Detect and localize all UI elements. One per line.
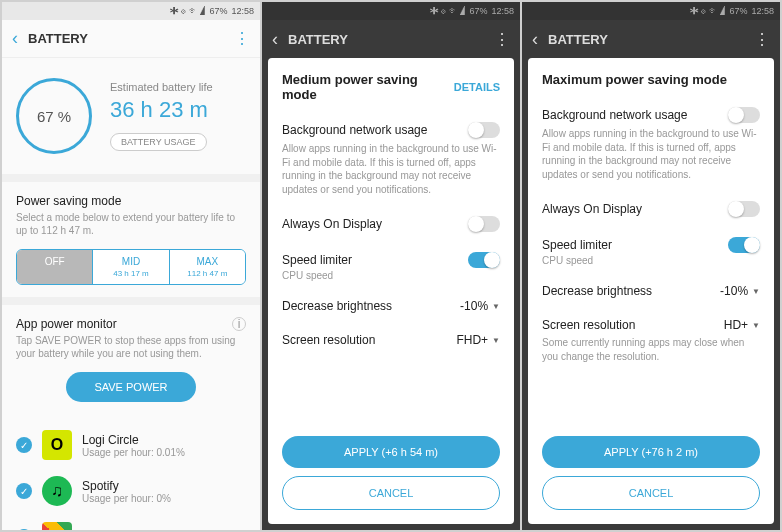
status-time: 12:58 (751, 6, 774, 16)
estimate-label: Estimated battery life (110, 81, 246, 93)
battery-pct-circle: 67 % (16, 78, 92, 154)
status-time: 12:58 (491, 6, 514, 16)
cpu-speed-label: CPU speed (542, 255, 760, 266)
mode-off-button[interactable]: OFF (17, 250, 92, 284)
status-bar: ✱ ⊘ ᯤ ◢ 67% 12:58 (522, 2, 780, 20)
psm-subtitle: Select a mode below to extend your batte… (16, 211, 246, 237)
save-power-button[interactable]: SAVE POWER (66, 372, 195, 402)
spotify-icon: ♫ (42, 476, 72, 506)
resolution-label: Screen resolution (542, 318, 635, 332)
resolution-label: Screen resolution (282, 333, 375, 347)
bg-network-label: Background network usage (282, 123, 427, 137)
overflow-menu-icon[interactable]: ⋮ (754, 30, 770, 49)
speed-limiter-label: Speed limiter (542, 238, 612, 252)
cpu-speed-label: CPU speed (282, 270, 500, 281)
brightness-dropdown[interactable]: -10% (460, 299, 500, 313)
apply-button[interactable]: APPLY (+76 h 2 m) (542, 436, 760, 468)
screen-battery-main: ✱ ⊘ ᯤ ◢ 67% 12:58 ‹ BATTERY ⋮ 67 % Estim… (2, 2, 260, 530)
screen-maximum-mode: ✱ ⊘ ᯤ ◢ 67% 12:58 ‹ BATTERY ⋮ ✓ Photos M… (522, 2, 780, 530)
screen-medium-mode: ✱ ⊘ ᯤ ◢ 67% 12:58 ‹ BATTERY ⋮ ✓ Photos M… (262, 2, 520, 530)
battery-summary: 67 % Estimated battery life 36 h 23 m BA… (2, 58, 260, 174)
content-scroll[interactable]: 67 % Estimated battery life 36 h 23 m BA… (2, 58, 260, 530)
status-battery-pct: 67% (469, 6, 487, 16)
dialog-title: Medium power saving mode (282, 72, 454, 102)
list-item[interactable]: ✓ Photos (16, 514, 246, 530)
list-item[interactable]: ✓ O Logi CircleUsage per hour: 0.01% (16, 422, 246, 468)
logi-circle-icon: O (42, 430, 72, 460)
aod-label: Always On Display (282, 217, 382, 231)
dialog-title: Maximum power saving mode (542, 72, 727, 87)
bg-network-toggle[interactable] (728, 107, 760, 123)
app-name: Spotify (82, 479, 246, 493)
bg-network-desc: Allow apps running in the background to … (542, 127, 760, 181)
cancel-button[interactable]: CANCEL (542, 476, 760, 510)
app-bar: ‹ BATTERY ⋮ (262, 20, 520, 58)
page-title: BATTERY (548, 32, 754, 47)
page-title: BATTERY (28, 31, 234, 46)
checkbox-icon[interactable]: ✓ (16, 483, 32, 499)
mode-mid-button[interactable]: MID43 h 17 m (92, 250, 168, 284)
psm-title: Power saving mode (16, 194, 246, 208)
app-usage: Usage per hour: 0% (82, 493, 246, 504)
aod-label: Always On Display (542, 202, 642, 216)
estimate-time: 36 h 23 m (110, 97, 246, 123)
status-time: 12:58 (231, 6, 254, 16)
aod-toggle[interactable] (468, 216, 500, 232)
status-battery-pct: 67% (729, 6, 747, 16)
aod-toggle[interactable] (728, 201, 760, 217)
battery-usage-button[interactable]: BATTERY USAGE (110, 133, 207, 151)
status-icons: ✱ ⊘ ᯤ ◢ (170, 6, 206, 16)
info-icon[interactable]: i (232, 317, 246, 331)
brightness-dropdown[interactable]: -10% (720, 284, 760, 298)
app-bar: ‹ BATTERY ⋮ (2, 20, 260, 58)
overflow-menu-icon[interactable]: ⋮ (234, 29, 250, 48)
mode-segmented-control: OFF MID43 h 17 m MAX112 h 47 m (16, 249, 246, 285)
speed-limiter-label: Speed limiter (282, 253, 352, 267)
resolution-dropdown[interactable]: FHD+ (456, 333, 500, 347)
app-usage: Usage per hour: 0.01% (82, 447, 246, 458)
status-battery-pct: 67% (209, 6, 227, 16)
photos-icon (42, 522, 72, 530)
maximum-mode-dialog: Maximum power saving mode Background net… (528, 58, 774, 524)
status-bar: ✱ ⊘ ᯤ ◢ 67% 12:58 (2, 2, 260, 20)
app-list: ✓ O Logi CircleUsage per hour: 0.01% ✓ ♫… (2, 422, 260, 530)
list-item[interactable]: ✓ ♫ SpotifyUsage per hour: 0% (16, 468, 246, 514)
back-arrow-icon[interactable]: ‹ (12, 28, 18, 49)
medium-mode-dialog: Medium power saving mode DETAILS Backgro… (268, 58, 514, 524)
page-title: BATTERY (288, 32, 494, 47)
resolution-dropdown[interactable]: HD+ (724, 318, 760, 332)
overflow-menu-icon[interactable]: ⋮ (494, 30, 510, 49)
cancel-button[interactable]: CANCEL (282, 476, 500, 510)
resolution-desc: Some currently running apps may close wh… (542, 336, 760, 363)
back-arrow-icon[interactable]: ‹ (532, 29, 538, 50)
power-saving-section: Power saving mode Select a mode below to… (2, 182, 260, 297)
apply-button[interactable]: APPLY (+6 h 54 m) (282, 436, 500, 468)
checkbox-icon[interactable]: ✓ (16, 437, 32, 453)
status-bar: ✱ ⊘ ᯤ ◢ 67% 12:58 (262, 2, 520, 20)
app-power-monitor-section: App power monitori Tap SAVE POWER to sto… (2, 305, 260, 422)
status-icons: ✱ ⊘ ᯤ ◢ (430, 6, 466, 16)
apm-title: App power monitori (16, 317, 246, 331)
brightness-label: Decrease brightness (542, 284, 652, 298)
app-name: Logi Circle (82, 433, 246, 447)
bg-network-desc: Allow apps running in the background to … (282, 142, 500, 196)
bg-network-toggle[interactable] (468, 122, 500, 138)
apm-subtitle: Tap SAVE POWER to stop these apps from u… (16, 334, 246, 360)
status-icons: ✱ ⊘ ᯤ ◢ (690, 6, 726, 16)
brightness-label: Decrease brightness (282, 299, 392, 313)
checkbox-icon[interactable]: ✓ (16, 529, 32, 530)
app-bar: ‹ BATTERY ⋮ (522, 20, 780, 58)
speed-limiter-toggle[interactable] (468, 252, 500, 268)
details-link[interactable]: DETAILS (454, 81, 500, 93)
speed-limiter-toggle[interactable] (728, 237, 760, 253)
mode-max-button[interactable]: MAX112 h 47 m (169, 250, 245, 284)
bg-network-label: Background network usage (542, 108, 687, 122)
back-arrow-icon[interactable]: ‹ (272, 29, 278, 50)
